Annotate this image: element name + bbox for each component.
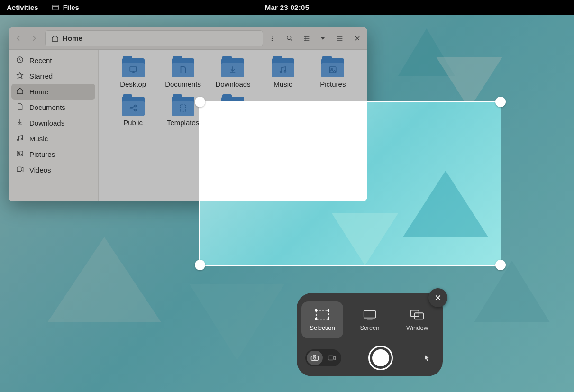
- mode-screen-button[interactable]: Screen: [349, 301, 391, 338]
- selection-handle-bl[interactable]: [195, 260, 205, 270]
- show-pointer-toggle[interactable]: [420, 354, 434, 362]
- selection-visible-region: [200, 102, 501, 265]
- svg-point-47: [315, 309, 317, 311]
- svg-marker-60: [425, 355, 429, 361]
- svg-point-56: [314, 357, 316, 360]
- svg-point-48: [328, 309, 329, 311]
- svg-point-50: [328, 318, 329, 320]
- active-app-indicator[interactable]: Files: [52, 3, 79, 11]
- selection-handle-br[interactable]: [495, 260, 506, 270]
- capture-button-inner: [372, 349, 389, 366]
- mode-selection-button[interactable]: Selection: [301, 301, 343, 338]
- screenshot-panel: Selection Screen Window: [297, 293, 443, 376]
- video-icon: [328, 355, 336, 361]
- window-icon: [410, 309, 424, 320]
- camera-icon: [310, 355, 319, 361]
- selection-icon: [315, 309, 329, 320]
- activities-button[interactable]: Activities: [7, 3, 38, 11]
- svg-rect-0: [53, 5, 58, 10]
- capture-button[interactable]: [368, 346, 393, 370]
- svg-point-49: [315, 318, 317, 320]
- mode-screen-label: Screen: [360, 324, 379, 331]
- video-capture-option[interactable]: [324, 351, 340, 365]
- still-capture-option[interactable]: [307, 351, 323, 365]
- screen-icon: [363, 309, 377, 320]
- selection-handle-tr[interactable]: [495, 97, 506, 107]
- mode-window-label: Window: [406, 324, 428, 331]
- files-app-icon: [52, 4, 59, 11]
- capture-type-toggle[interactable]: [305, 349, 341, 366]
- svg-marker-59: [333, 356, 336, 360]
- cursor-icon: [423, 354, 431, 362]
- svg-rect-58: [328, 356, 334, 360]
- mode-window-button[interactable]: Window: [396, 301, 438, 338]
- svg-rect-46: [316, 310, 328, 319]
- selection-handle-tl[interactable]: [195, 97, 205, 107]
- screenshot-close-button[interactable]: [428, 288, 447, 307]
- svg-rect-51: [364, 310, 375, 318]
- clock[interactable]: Mar 23 02:05: [265, 3, 310, 11]
- top-bar: Activities Files Mar 23 02:05: [0, 0, 574, 15]
- mode-selection-label: Selection: [310, 324, 335, 331]
- active-app-name: Files: [63, 3, 79, 11]
